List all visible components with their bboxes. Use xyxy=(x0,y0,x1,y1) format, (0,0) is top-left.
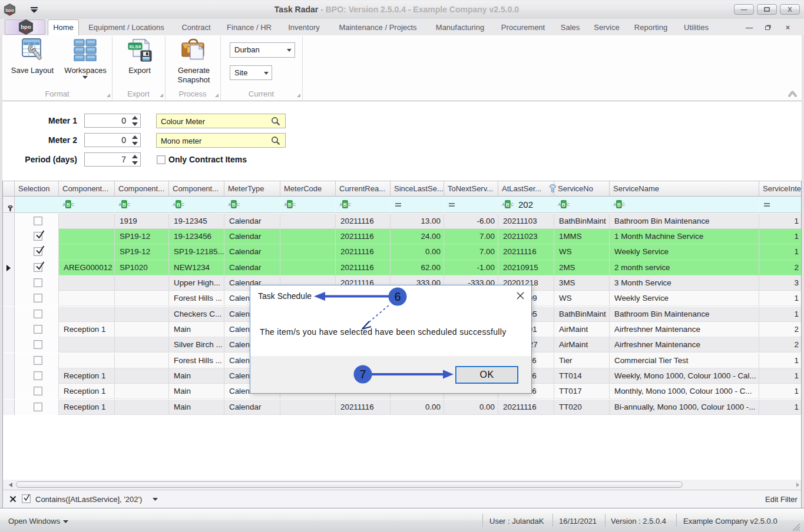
svg-text:A: A xyxy=(62,202,65,207)
svg-text:B: B xyxy=(343,202,347,208)
svg-text:bpo: bpo xyxy=(21,24,31,30)
svg-text:C: C xyxy=(293,202,296,207)
svg-text:A: A xyxy=(173,202,176,207)
svg-text:C: C xyxy=(237,202,240,207)
svg-text:A: A xyxy=(613,202,616,207)
svg-text:B: B xyxy=(123,202,126,208)
svg-text:C: C xyxy=(622,202,625,207)
svg-text:C: C xyxy=(127,202,130,207)
svg-text:B: B xyxy=(562,202,565,208)
svg-text:C: C xyxy=(511,202,514,207)
svg-text:A: A xyxy=(228,202,231,207)
svg-text:B: B xyxy=(617,202,621,208)
svg-text:C: C xyxy=(348,202,351,207)
svg-text:A: A xyxy=(284,202,287,207)
svg-text:B: B xyxy=(506,202,509,208)
svg-text:A: A xyxy=(118,202,121,207)
svg-text:B: B xyxy=(288,202,292,208)
svg-text:C: C xyxy=(71,202,74,207)
svg-text:A: A xyxy=(502,202,505,207)
svg-text:B: B xyxy=(232,202,236,208)
svg-text:C: C xyxy=(181,202,184,207)
svg-text:A: A xyxy=(558,202,561,207)
svg-text:A: A xyxy=(339,202,342,207)
svg-text:C: C xyxy=(567,202,570,207)
svg-text:XLSX: XLSX xyxy=(129,44,142,49)
svg-text:B: B xyxy=(67,202,70,208)
svg-text:B: B xyxy=(177,202,180,208)
